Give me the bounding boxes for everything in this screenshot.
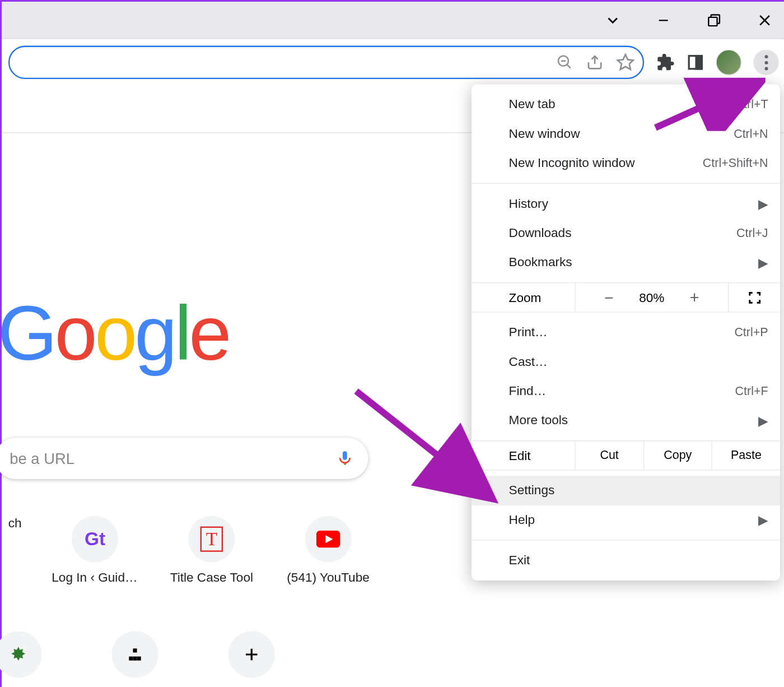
search-input[interactable]: be a URL xyxy=(0,438,368,479)
cut-button[interactable]: Cut xyxy=(575,441,643,470)
chevron-down-icon[interactable] xyxy=(598,4,628,35)
close-button[interactable] xyxy=(749,4,780,35)
search-placeholder: be a URL xyxy=(10,449,74,467)
share-icon[interactable] xyxy=(585,53,604,72)
menu-new-incognito[interactable]: New Incognito window Ctrl+Shift+N xyxy=(472,148,780,178)
menu-new-window[interactable]: New window Ctrl+N xyxy=(472,119,780,148)
svg-line-7 xyxy=(567,64,570,68)
zoom-in-button[interactable]: + xyxy=(678,288,711,307)
chrome-menu: New tab Ctrl+T New window Ctrl+N New Inc… xyxy=(472,85,780,581)
sidepanel-icon[interactable] xyxy=(687,54,704,71)
menu-find[interactable]: Find… Ctrl+F xyxy=(472,377,780,406)
maximize-button[interactable] xyxy=(699,4,730,35)
edit-label: Edit xyxy=(472,448,575,463)
copy-button[interactable]: Copy xyxy=(643,441,712,470)
shortcut-icon: Gt xyxy=(72,516,118,562)
zoom-value: 80% xyxy=(626,290,678,305)
star-icon[interactable] xyxy=(616,53,634,72)
chevron-right-icon: ▶ xyxy=(758,512,768,527)
more-menu-button[interactable] xyxy=(753,50,778,75)
shortcut-tile[interactable]: (541) YouTube xyxy=(285,516,372,585)
fullscreen-button[interactable] xyxy=(728,283,780,312)
address-bar[interactable] xyxy=(8,46,644,80)
shortcut-tile[interactable]: Gt Log In ‹ Guidi… xyxy=(52,516,138,585)
menu-exit[interactable]: Exit xyxy=(472,546,780,575)
shortcut-tile[interactable]: T Title Case Tool xyxy=(169,516,255,585)
svg-rect-2 xyxy=(708,17,717,25)
chevron-right-icon: ▶ xyxy=(758,196,768,211)
profile-avatar[interactable] xyxy=(716,50,741,75)
svg-rect-16 xyxy=(133,657,137,661)
google-logo: Google xyxy=(0,289,229,377)
menu-help[interactable]: Help ▶ xyxy=(472,505,780,534)
svg-rect-17 xyxy=(137,657,141,661)
svg-rect-15 xyxy=(129,657,133,661)
shortcut-tile[interactable]: ch xyxy=(0,516,22,585)
chevron-right-icon: ▶ xyxy=(758,413,768,428)
menu-cast[interactable]: Cast… xyxy=(472,347,780,376)
shortcut-icon: T xyxy=(188,516,235,562)
svg-rect-11 xyxy=(696,56,702,69)
youtube-icon xyxy=(305,516,351,562)
menu-settings[interactable]: Settings xyxy=(472,476,780,505)
add-shortcut-button[interactable] xyxy=(228,631,275,677)
svg-rect-14 xyxy=(133,648,137,652)
menu-history[interactable]: History ▶ xyxy=(472,189,780,218)
svg-marker-9 xyxy=(618,54,633,69)
microphone-icon[interactable] xyxy=(336,450,353,467)
zoom-out-button[interactable]: − xyxy=(592,288,626,307)
window-titlebar xyxy=(2,2,784,39)
menu-new-tab[interactable]: New tab Ctrl+T xyxy=(472,90,780,119)
menu-more-tools[interactable]: More tools ▶ xyxy=(472,406,780,435)
menu-bookmarks[interactable]: Bookmarks ▶ xyxy=(472,248,780,277)
extensions-icon[interactable] xyxy=(656,53,675,72)
zoom-out-icon[interactable] xyxy=(556,54,573,71)
zoom-label: Zoom xyxy=(472,290,575,305)
minimize-button[interactable] xyxy=(648,4,679,35)
shortcut-tile[interactable] xyxy=(0,631,41,677)
shortcut-tile[interactable] xyxy=(111,631,158,677)
browser-toolbar xyxy=(2,39,784,86)
chevron-right-icon: ▶ xyxy=(758,255,768,270)
menu-print[interactable]: Print… Ctrl+P xyxy=(472,318,780,347)
paste-button[interactable]: Paste xyxy=(712,441,780,470)
menu-downloads[interactable]: Downloads Ctrl+J xyxy=(472,219,780,248)
